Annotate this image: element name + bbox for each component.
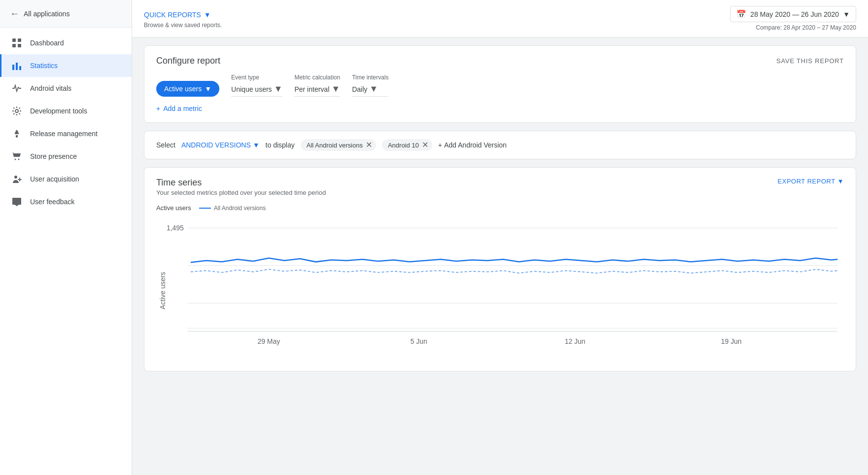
sidebar-item-label: User feedback: [30, 198, 74, 206]
bar-chart-icon: [11, 60, 22, 71]
all-android-versions-chip: All Android versions ✕: [301, 139, 376, 151]
export-report-button[interactable]: EXPORT REPORT ▼: [778, 178, 844, 185]
save-report-button[interactable]: SAVE THIS REPORT: [776, 57, 844, 65]
remove-all-android-versions-button[interactable]: ✕: [366, 141, 372, 149]
timeseries-header-left: Time series Your selected metrics plotte…: [156, 178, 326, 196]
main-content: QUICK REPORTS ▼ Browse & view saved repo…: [132, 0, 868, 475]
android-versions-button[interactable]: ANDROID VERSIONS ▼: [181, 141, 260, 149]
active-users-button[interactable]: Active users ▼: [156, 81, 219, 97]
legend-metric-label: Active users: [156, 204, 191, 212]
timeseries-subtitle: Your selected metrics plotted over your …: [156, 189, 326, 196]
chart-line-comparison: [191, 269, 838, 273]
chip-label: All Android versions: [307, 142, 363, 149]
time-intervals-label: Time intervals: [352, 74, 388, 81]
sidebar-item-label: Development tools: [30, 107, 87, 115]
chevron-down-icon: ▼: [205, 85, 211, 93]
add-metric-button[interactable]: + Add a metric: [156, 105, 202, 112]
metric-calc-select[interactable]: Per interval ▼: [294, 84, 340, 97]
timeseries-title: Time series: [156, 178, 326, 188]
legend-line-icon: [199, 208, 211, 209]
pulse-icon: [11, 83, 22, 94]
svg-rect-3: [18, 44, 21, 47]
remove-android10-button[interactable]: ✕: [422, 141, 428, 149]
sidebar-item-label: Release management: [30, 130, 98, 138]
svg-rect-6: [19, 66, 21, 70]
quick-reports-subtitle: Browse & view saved reports.: [144, 22, 222, 29]
export-label: EXPORT REPORT: [778, 178, 835, 185]
rocket-icon: [11, 128, 22, 139]
configure-report-panel: Configure report SAVE THIS REPORT Active…: [144, 45, 856, 123]
to-display-label: to display: [266, 141, 295, 149]
date-range-button[interactable]: 📅 28 May 2020 — 26 Jun 2020 ▼: [730, 6, 856, 22]
compare-date-label: Compare: 28 Apr 2020 – 27 May 2020: [756, 24, 856, 31]
chevron-down-icon: ▼: [253, 141, 260, 149]
y-value-label: 1,495: [167, 224, 184, 232]
quick-reports-button[interactable]: QUICK REPORTS ▼: [144, 9, 222, 21]
event-type-label: Event type: [231, 74, 282, 81]
svg-point-10: [14, 176, 17, 179]
select-label: Select: [156, 141, 175, 149]
svg-rect-4: [12, 65, 14, 70]
event-type-group: Event type Unique users ▼: [231, 74, 282, 97]
time-intervals-value: Daily: [352, 85, 367, 93]
chip-label: Android 10: [388, 142, 419, 149]
svg-point-9: [18, 159, 20, 160]
sidebar-item-dashboard[interactable]: Dashboard: [0, 32, 132, 54]
date-range-label: 28 May 2020 — 26 Jun 2020: [750, 10, 839, 18]
sidebar-item-user-feedback[interactable]: User feedback: [0, 190, 132, 213]
sidebar-item-label: Dashboard: [30, 39, 64, 47]
sidebar-nav: Dashboard Statistics Android vitals: [0, 28, 132, 217]
versions-selector-panel: Select ANDROID VERSIONS ▼ to display All…: [144, 131, 856, 159]
time-intervals-select[interactable]: Daily ▼: [352, 84, 388, 97]
topbar: QUICK REPORTS ▼ Browse & view saved repo…: [132, 0, 868, 37]
svg-point-7: [15, 110, 18, 112]
sidebar-item-development-tools[interactable]: Development tools: [0, 100, 132, 122]
timeseries-header: Time series Your selected metrics plotte…: [144, 168, 856, 200]
sidebar-item-label: User acquisition: [30, 175, 79, 183]
plus-icon: +: [156, 105, 160, 112]
configure-title: Configure report: [156, 56, 220, 66]
legend-item-all-android: All Android versions: [199, 205, 266, 212]
store-icon: [11, 151, 22, 162]
x-label-19jun: 19 Jun: [721, 337, 742, 345]
svg-rect-1: [18, 38, 21, 42]
legend-series-label: All Android versions: [214, 205, 266, 212]
metrics-row: Active users ▼ Event type Unique users ▼…: [156, 74, 844, 97]
sidebar-item-label: Statistics: [30, 62, 58, 70]
sidebar-item-android-vitals[interactable]: Android vitals: [0, 77, 132, 100]
back-label: All applications: [24, 10, 69, 18]
svg-point-8: [15, 159, 16, 160]
x-label-12jun: 12 Jun: [565, 337, 586, 345]
add-version-label: Add Android Version: [444, 141, 507, 149]
chevron-down-icon: ▼: [204, 11, 211, 19]
back-button[interactable]: ← All applications: [0, 0, 132, 28]
y-axis-label: Active users: [159, 272, 167, 309]
sidebar-item-store-presence[interactable]: Store presence: [0, 145, 132, 168]
x-label-29may: 29 May: [257, 337, 280, 345]
chart-container: Active users 1,495 29 May 5 Jun 12 Jun 1…: [144, 216, 856, 371]
chart-legend: Active users All Android versions: [144, 200, 856, 216]
chevron-down-icon: ▼: [369, 84, 378, 94]
sidebar-item-statistics[interactable]: Statistics: [0, 54, 132, 77]
time-intervals-group: Time intervals Daily ▼: [352, 74, 388, 97]
add-metric-label: Add a metric: [163, 105, 202, 112]
sidebar-item-label: Android vitals: [30, 84, 71, 92]
sidebar-item-label: Store presence: [30, 152, 77, 160]
active-users-label: Active users: [164, 85, 202, 93]
android-versions-label: ANDROID VERSIONS: [181, 141, 251, 149]
timeseries-chart: Active users 1,495 29 May 5 Jun 12 Jun 1…: [156, 216, 844, 360]
sidebar-item-user-acquisition[interactable]: User acquisition: [0, 168, 132, 190]
x-label-5jun: 5 Jun: [411, 337, 427, 345]
plus-icon: +: [438, 141, 442, 149]
sidebar-item-release-management[interactable]: Release management: [0, 122, 132, 145]
grid-icon: [11, 37, 22, 48]
metric-calc-label: Metric calculation: [294, 74, 340, 81]
topbar-right: 📅 28 May 2020 — 26 Jun 2020 ▼ Compare: 2…: [730, 6, 856, 31]
add-android-version-button[interactable]: + Add Android Version: [438, 141, 507, 149]
sidebar: ← All applications Dashboard: [0, 0, 132, 475]
android10-chip: Android 10 ✕: [382, 139, 432, 151]
chevron-down-icon: ▼: [331, 84, 340, 94]
metric-calc-value: Per interval: [294, 85, 329, 93]
chart-line-current: [191, 258, 838, 262]
event-type-select[interactable]: Unique users ▼: [231, 84, 282, 97]
